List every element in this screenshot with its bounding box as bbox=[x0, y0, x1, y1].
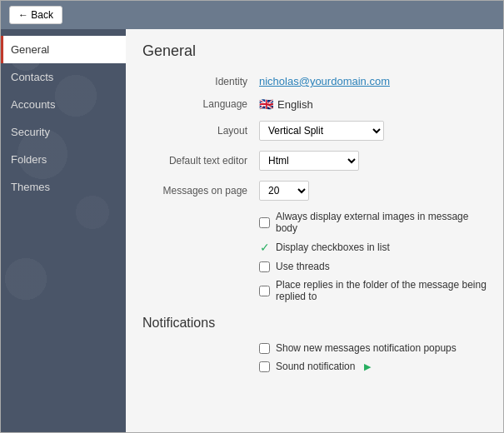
disp-checkboxes-label: Display checkboxes in list bbox=[276, 241, 390, 253]
editor-row: Default text editor Html Plain Text bbox=[142, 151, 487, 171]
layout-label: Layout bbox=[142, 125, 259, 137]
content-area: General Identity nicholas@yourdomain.com… bbox=[126, 29, 503, 432]
back-button[interactable]: ← Back bbox=[9, 6, 62, 24]
sound-notif-row: Sound notification ▶ bbox=[259, 361, 487, 372]
flag-icon: 🇬🇧 bbox=[259, 97, 273, 111]
sidebar: General Contacts Accounts Security Folde… bbox=[1, 29, 126, 432]
editor-select[interactable]: Html Plain Text bbox=[259, 151, 359, 171]
language-label: Language bbox=[142, 98, 259, 110]
ext-images-checkbox[interactable] bbox=[259, 217, 270, 228]
sidebar-item-themes[interactable]: Themes bbox=[1, 173, 126, 201]
use-threads-row: Use threads bbox=[259, 261, 487, 272]
layout-row: Layout Vertical Split Horizontal Split W… bbox=[142, 121, 487, 141]
sidebar-item-contacts[interactable]: Contacts bbox=[1, 63, 126, 91]
sidebar-item-folders[interactable]: Folders bbox=[1, 146, 126, 173]
messages-label: Messages on page bbox=[142, 185, 259, 197]
expand-icon[interactable]: ▶ bbox=[364, 361, 371, 372]
show-popups-label: Show new messages notification popups bbox=[276, 342, 457, 354]
checkboxes-section: Always display external images in messag… bbox=[259, 211, 487, 302]
language-row: Language 🇬🇧 English bbox=[142, 97, 487, 111]
layout-select[interactable]: Vertical Split Horizontal Split Wide bbox=[259, 121, 384, 141]
messages-row: Messages on page 10 20 50 100 bbox=[142, 181, 487, 201]
main-area: General Contacts Accounts Security Folde… bbox=[1, 29, 503, 432]
sound-notif-label: Sound notification bbox=[276, 361, 355, 372]
place-replies-label: Place replies in the folder of the messa… bbox=[276, 279, 487, 302]
language-value: 🇬🇧 English bbox=[259, 97, 313, 111]
place-replies-checkbox[interactable] bbox=[259, 286, 270, 296]
notifications-section: Show new messages notification popups So… bbox=[259, 342, 487, 372]
sound-notif-checkbox[interactable] bbox=[259, 361, 270, 372]
top-bar: ← Back bbox=[1, 1, 503, 29]
page-title: General bbox=[142, 42, 487, 60]
identity-row: Identity nicholas@yourdomain.com bbox=[142, 75, 487, 87]
checkmark-icon: ✓ bbox=[259, 241, 270, 254]
show-popups-row: Show new messages notification popups bbox=[259, 342, 487, 354]
ext-images-label: Always display external images in messag… bbox=[276, 211, 487, 234]
use-threads-checkbox[interactable] bbox=[259, 261, 270, 272]
identity-label: Identity bbox=[142, 76, 259, 87]
messages-select[interactable]: 10 20 50 100 bbox=[259, 181, 309, 201]
editor-label: Default text editor bbox=[142, 155, 259, 167]
sidebar-item-security[interactable]: Security bbox=[1, 118, 126, 146]
notifications-title: Notifications bbox=[142, 316, 487, 331]
disp-checkboxes-row: ✓ Display checkboxes in list bbox=[259, 241, 487, 254]
sidebar-item-accounts[interactable]: Accounts bbox=[1, 91, 126, 118]
identity-value[interactable]: nicholas@yourdomain.com bbox=[259, 75, 390, 87]
place-replies-row: Place replies in the folder of the messa… bbox=[259, 279, 487, 302]
sidebar-item-general[interactable]: General bbox=[1, 36, 126, 63]
use-threads-label: Use threads bbox=[276, 261, 330, 272]
show-popups-checkbox[interactable] bbox=[259, 343, 270, 354]
ext-images-row: Always display external images in messag… bbox=[259, 211, 487, 234]
